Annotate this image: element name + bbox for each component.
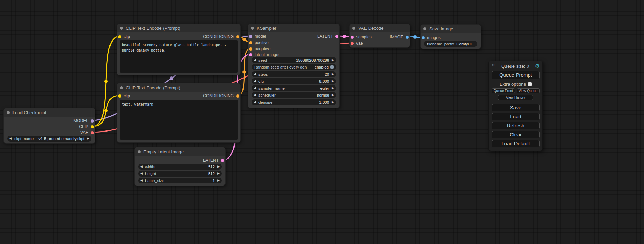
increment-arrow-icon[interactable]: ▶ bbox=[332, 80, 334, 83]
increment-arrow-icon[interactable]: ▶ bbox=[332, 73, 334, 76]
widget-value: euler bbox=[320, 86, 329, 90]
slot-row: clip CONDITIONING bbox=[117, 34, 240, 39]
widget-label: seed bbox=[258, 58, 267, 62]
save-button[interactable]: Save bbox=[492, 104, 540, 111]
load-button[interactable]: Load bbox=[492, 113, 540, 120]
latent-output-dot[interactable] bbox=[221, 159, 224, 162]
node-clip-text-encode-negative[interactable]: CLIP Text Encode (Prompt) clip CONDITION… bbox=[117, 83, 241, 143]
positive-input-dot[interactable] bbox=[249, 41, 252, 44]
decrement-arrow-icon[interactable]: ◀ bbox=[254, 101, 256, 104]
node-title-bar[interactable]: CLIP Text Encode (Prompt) bbox=[117, 24, 240, 32]
batch-size-widget[interactable]: ◀ batch_size 1 ▶ bbox=[138, 178, 222, 183]
prompt-textarea[interactable]: beautiful scenery nature glass bottle la… bbox=[120, 40, 238, 73]
view-history-button[interactable]: View History bbox=[498, 95, 533, 100]
toggle-knob[interactable] bbox=[330, 65, 334, 69]
collapse-dot-icon[interactable] bbox=[7, 111, 10, 114]
input-slot-vae: vae bbox=[350, 40, 410, 46]
clear-button[interactable]: Clear bbox=[492, 131, 540, 138]
scheduler-widget[interactable]: ◀ scheduler normal ▶ bbox=[252, 92, 336, 98]
increment-arrow-icon[interactable]: ▶ bbox=[217, 165, 220, 168]
seed-widget[interactable]: ◀ seed 156680208700286 ▶ bbox=[252, 57, 336, 63]
latent-image-input-dot[interactable] bbox=[249, 53, 252, 56]
vae-output-dot[interactable] bbox=[91, 131, 94, 134]
queue-prompt-button[interactable]: Queue Prompt bbox=[492, 71, 540, 79]
prompt-textarea[interactable]: text, watermark bbox=[120, 100, 238, 140]
conditioning-output-dot[interactable] bbox=[236, 94, 239, 98]
ckpt-name-widget[interactable]: ◀ ckpt_name v1-5-pruned-emaonly.ckpt ▶ bbox=[7, 136, 91, 142]
increment-arrow-icon[interactable]: ▶ bbox=[217, 179, 220, 182]
increment-arrow-icon[interactable]: ▶ bbox=[87, 137, 89, 140]
node-empty-latent-image[interactable]: Empty Latent Image LATENT ◀ width 512 ▶ … bbox=[134, 147, 226, 186]
node-title-bar[interactable]: KSampler bbox=[248, 24, 339, 32]
slot-label: negative bbox=[255, 46, 270, 51]
model-output-dot[interactable] bbox=[91, 119, 94, 123]
node-ksampler[interactable]: KSampler model LATENT positive negative … bbox=[248, 24, 340, 108]
decrement-arrow-icon[interactable]: ◀ bbox=[140, 172, 143, 175]
collapse-dot-icon[interactable] bbox=[423, 27, 426, 30]
collapse-dot-icon[interactable] bbox=[352, 27, 355, 30]
images-input-dot[interactable] bbox=[422, 36, 425, 39]
collapse-dot-icon[interactable] bbox=[120, 86, 123, 89]
model-input-dot[interactable] bbox=[249, 35, 252, 38]
settings-gear-icon[interactable]: ⚙ bbox=[535, 63, 540, 69]
negative-input-dot[interactable] bbox=[249, 47, 252, 51]
refresh-button[interactable]: Refresh bbox=[492, 122, 540, 129]
node-clip-text-encode-positive[interactable]: CLIP Text Encode (Prompt) clip CONDITION… bbox=[117, 24, 241, 75]
decrement-arrow-icon[interactable]: ◀ bbox=[254, 93, 256, 97]
collapse-dot-icon[interactable] bbox=[138, 150, 141, 153]
height-widget[interactable]: ◀ height 512 ▶ bbox=[138, 171, 222, 177]
decrement-arrow-icon[interactable]: ◀ bbox=[9, 137, 12, 140]
latent-output-dot[interactable] bbox=[335, 35, 338, 38]
wire-midpoint-dot bbox=[104, 109, 108, 112]
input-slot-negative: negative bbox=[248, 46, 339, 52]
node-title-bar[interactable]: VAE Decode bbox=[350, 24, 410, 32]
steps-widget[interactable]: ◀ steps 20 ▶ bbox=[252, 71, 336, 77]
widget-value: 8.000 bbox=[319, 79, 329, 83]
output-slot-model: MODEL bbox=[4, 118, 95, 124]
increment-arrow-icon[interactable]: ▶ bbox=[332, 87, 334, 90]
slot-row: samples IMAGE bbox=[350, 34, 410, 40]
queue-front-button[interactable]: Queue Front bbox=[492, 88, 515, 93]
slot-label: clip bbox=[124, 93, 130, 98]
node-title-bar[interactable]: Load Checkpoint bbox=[4, 108, 95, 117]
node-title: CLIP Text Encode (Prompt) bbox=[126, 26, 180, 31]
widget-label: width bbox=[145, 165, 155, 169]
random-seed-toggle-widget[interactable]: Random seed after every gen enabled bbox=[252, 64, 336, 70]
decrement-arrow-icon[interactable]: ◀ bbox=[254, 73, 256, 76]
queue-size-label: Queue size: 0 bbox=[496, 64, 534, 69]
load-default-button[interactable]: Load Default bbox=[492, 140, 540, 147]
collapse-dot-icon[interactable] bbox=[251, 27, 254, 30]
conditioning-output-dot[interactable] bbox=[236, 35, 239, 38]
view-queue-button[interactable]: View Queue bbox=[517, 88, 540, 93]
slot-label: positive bbox=[255, 40, 269, 45]
extra-options-checkbox[interactable] bbox=[528, 82, 532, 86]
node-title-bar[interactable]: Save Image bbox=[421, 25, 481, 33]
decrement-arrow-icon[interactable]: ◀ bbox=[140, 179, 143, 182]
width-widget[interactable]: ◀ width 512 ▶ bbox=[138, 164, 222, 170]
decrement-arrow-icon[interactable]: ◀ bbox=[254, 58, 256, 62]
increment-arrow-icon[interactable]: ▶ bbox=[332, 101, 334, 104]
clip-input-dot[interactable] bbox=[118, 35, 121, 38]
node-load-checkpoint[interactable]: Load Checkpoint MODEL CLIP VAE ◀ ckpt_na… bbox=[3, 108, 95, 144]
decrement-arrow-icon[interactable]: ◀ bbox=[254, 80, 256, 83]
clip-input-dot[interactable] bbox=[118, 94, 121, 98]
vae-input-dot[interactable] bbox=[351, 42, 354, 45]
node-title-bar[interactable]: Empty Latent Image bbox=[135, 147, 225, 156]
decrement-arrow-icon[interactable]: ◀ bbox=[254, 87, 256, 90]
increment-arrow-icon[interactable]: ▶ bbox=[332, 93, 334, 97]
node-vae-decode[interactable]: VAE Decode samples IMAGE vae bbox=[349, 24, 410, 48]
collapse-dot-icon[interactable] bbox=[120, 27, 123, 30]
image-output-dot[interactable] bbox=[406, 36, 409, 39]
node-title-bar[interactable]: CLIP Text Encode (Prompt) bbox=[117, 83, 240, 92]
samples-input-dot[interactable] bbox=[351, 36, 354, 39]
node-save-image[interactable]: Save Image images filename_prefix ComfyU… bbox=[420, 24, 481, 49]
decrement-arrow-icon[interactable]: ◀ bbox=[140, 165, 143, 168]
clip-output-dot[interactable] bbox=[91, 125, 94, 128]
drag-handle-icon[interactable]: ⠿ bbox=[492, 64, 495, 69]
increment-arrow-icon[interactable]: ▶ bbox=[332, 58, 334, 62]
increment-arrow-icon[interactable]: ▶ bbox=[217, 172, 220, 175]
filename-prefix-widget[interactable]: filename_prefix ComfyUI bbox=[424, 41, 477, 47]
denoise-widget[interactable]: ◀ denoise 1.000 ▶ bbox=[252, 99, 336, 105]
cfg-widget[interactable]: ◀ cfg 8.000 ▶ bbox=[252, 78, 336, 84]
sampler-name-widget[interactable]: ◀ sampler_name euler ▶ bbox=[252, 85, 336, 91]
